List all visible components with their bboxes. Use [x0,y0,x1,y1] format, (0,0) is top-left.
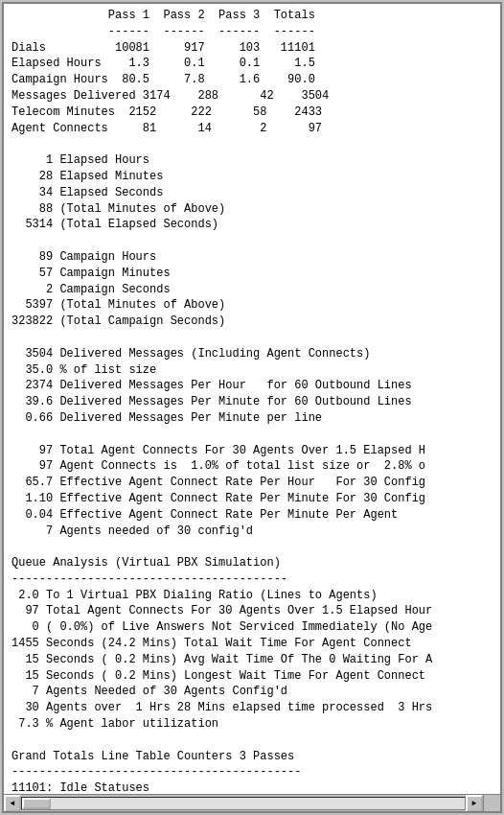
scroll-right-button[interactable]: ► [466,795,483,812]
horizontal-scrollbar: ◄ ► [4,794,500,811]
scrollbar-corner [483,795,500,812]
scroll-track[interactable] [21,797,466,810]
scroll-thumb[interactable] [22,798,51,809]
content-area[interactable]: Pass 1 Pass 2 Pass 3 Totals ------ -----… [4,4,500,794]
report-text: Pass 1 Pass 2 Pass 3 Totals ------ -----… [11,8,493,794]
main-window: Pass 1 Pass 2 Pass 3 Totals ------ -----… [2,2,502,813]
scroll-left-button[interactable]: ◄ [4,795,21,812]
h-scrollbar-track-container: ◄ ► [4,795,483,811]
